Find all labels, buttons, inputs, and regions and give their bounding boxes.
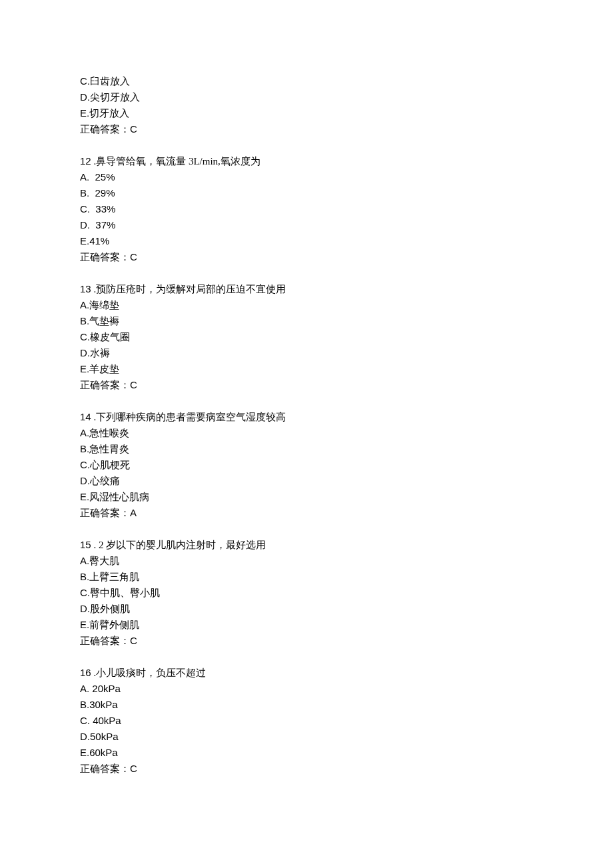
option-line: E.羊皮垫 [80,361,533,377]
option-line: D.心绞痛 [80,473,533,489]
option-text: C.臀中肌、臀小肌 [80,587,160,598]
question-14: 14 .下列哪种疾病的患者需要病室空气湿度较高 A.急性喉炎 B.急性胃炎 C.… [80,409,533,521]
option-line: C. 40kPa [80,713,533,729]
option-line: E.41% [80,233,533,249]
stem-text: . 2 岁以下的婴儿肌内注射时，最好选用 [91,540,267,550]
option-text: A. 25% [80,171,115,183]
option-text: E.60kPa [80,747,118,758]
option-text: C. 40kPa [80,715,121,726]
option-line: B.30kPa [80,697,533,713]
stem-text: .下列哪种疾病的患者需要病室空气湿度较高 [91,412,287,422]
answer-line: 正确答案：C [80,761,533,777]
answer-line: 正确答案：C [80,633,533,649]
option-line: B. 29% [80,185,533,201]
option-text: A.急性喉炎 [80,427,129,438]
answer-value: A [130,507,137,518]
option-text: D.股外侧肌 [80,603,130,614]
option-text: A.臀大肌 [80,555,119,566]
option-text: E.前臂外侧肌 [80,619,139,630]
question-stem: 15 . 2 岁以下的婴儿肌内注射时，最好选用 [80,537,533,553]
option-text: B.气垫褥 [80,315,119,326]
option-text: C. 33% [80,203,115,215]
option-text: C.橡皮气圈 [80,331,130,342]
option-line: C.心肌梗死 [80,457,533,473]
option-text: D. 37% [80,219,115,230]
document-page: C.臼齿放入 D.尖切牙放入 E.切牙放入 正确答案：C 12 .鼻导管给氧，氧… [0,0,613,819]
option-text: D.水褥 [80,347,110,358]
option-line: E.60kPa [80,745,533,761]
option-line: A. 20kPa [80,681,533,697]
answer-line: 正确答案：C [80,249,533,265]
option-line: A.臀大肌 [80,553,533,569]
option-text: D.50kPa [80,731,119,742]
question-number: 12 [80,155,91,167]
option-text: C.心肌梗死 [80,459,130,470]
option-text: E.41% [80,235,109,246]
answer-label: 正确答案： [80,124,130,135]
option-line: B.上臂三角肌 [80,569,533,585]
option-line: A. 25% [80,169,533,185]
option-line: B.急性胃炎 [80,441,533,457]
preamble-block: C.臼齿放入 D.尖切牙放入 E.切牙放入 正确答案：C [80,73,533,137]
option-line: A.海绵垫 [80,297,533,313]
question-number: 13 [80,283,91,294]
question-number: 16 [80,667,91,678]
answer-value: C [130,635,137,646]
answer-value: C [130,379,137,390]
option-line: E.前臂外侧肌 [80,617,533,633]
option-text: A.海绵垫 [80,299,119,310]
answer-line: 正确答案：C [80,377,533,393]
option-text: D.尖切牙放入 [80,91,140,103]
option-line: C. 33% [80,201,533,217]
option-line: D. 37% [80,217,533,233]
option-line: D.尖切牙放入 [80,89,533,105]
answer-value: C [130,123,137,135]
question-stem: 14 .下列哪种疾病的患者需要病室空气湿度较高 [80,409,533,425]
question-number: 15 [80,539,91,550]
answer-value: C [130,251,137,262]
answer-label: 正确答案： [80,380,130,390]
option-text: C.臼齿放入 [80,75,130,87]
question-12: 12 .鼻导管给氧，氧流量 3L/min,氧浓度为 A. 25% B. 29% … [80,153,533,265]
option-line: C.臀中肌、臀小肌 [80,585,533,601]
question-15: 15 . 2 岁以下的婴儿肌内注射时，最好选用 A.臀大肌 B.上臂三角肌 C.… [80,537,533,649]
option-text: D.心绞痛 [80,475,120,486]
answer-label: 正确答案： [80,508,130,518]
option-text: E.风湿性心肌病 [80,491,149,502]
option-text: E.羊皮垫 [80,363,119,374]
option-line: E.风湿性心肌病 [80,489,533,505]
question-stem: 12 .鼻导管给氧，氧流量 3L/min,氧浓度为 [80,153,533,169]
option-text: B.上臂三角肌 [80,571,139,582]
answer-value: C [130,763,137,774]
answer-line: 正确答案：C [80,121,533,137]
answer-label: 正确答案： [80,763,130,774]
option-text: B.急性胃炎 [80,443,129,454]
option-text: B. 29% [80,187,115,199]
option-line: C.橡皮气圈 [80,329,533,345]
answer-label: 正确答案： [80,252,130,262]
option-line: D.股外侧肌 [80,601,533,617]
option-line: B.气垫褥 [80,313,533,329]
option-line: A.急性喉炎 [80,425,533,441]
answer-label: 正确答案： [80,636,130,646]
question-stem: 13 .预防压疮时，为缓解对局部的压迫不宜使用 [80,281,533,297]
option-line: E.切牙放入 [80,105,533,121]
option-text: E.切牙放入 [80,107,129,119]
option-text: A. 20kPa [80,683,121,694]
question-number: 14 [80,411,91,422]
question-16: 16 .小儿吸痰时，负压不超过 A. 20kPa B.30kPa C. 40kP… [80,665,533,777]
answer-line: 正确答案：A [80,505,533,521]
stem-text: .小儿吸痰时，负压不超过 [91,667,207,678]
stem-text: .鼻导管给氧，氧流量 3L/min,氧浓度为 [91,156,261,167]
option-line: C.臼齿放入 [80,73,533,89]
option-text: B.30kPa [80,699,118,710]
question-stem: 16 .小儿吸痰时，负压不超过 [80,665,533,681]
question-13: 13 .预防压疮时，为缓解对局部的压迫不宜使用 A.海绵垫 B.气垫褥 C.橡皮… [80,281,533,393]
option-line: D.水褥 [80,345,533,361]
stem-text: .预防压疮时，为缓解对局部的压迫不宜使用 [91,284,287,294]
option-line: D.50kPa [80,729,533,745]
